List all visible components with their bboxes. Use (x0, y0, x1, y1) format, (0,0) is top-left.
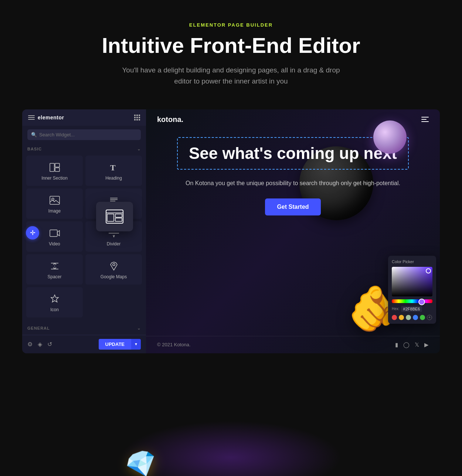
sidebar-search: 🔍 (22, 126, 146, 144)
widget-label-spacer: Spacer (47, 274, 61, 279)
history-icon[interactable]: ↺ (47, 341, 52, 348)
preview-cta-button[interactable]: Get Started (265, 198, 320, 215)
sidebar-topbar: elementor (22, 109, 146, 126)
preview-logo: kotona. (157, 115, 183, 124)
color-picker-hue[interactable] (392, 299, 432, 303)
widget-item-heading[interactable]: T Heading (85, 156, 142, 186)
swatch-bright-green[interactable] (420, 315, 425, 320)
color-picker-title: Color Picker (392, 259, 432, 264)
widget-label-video: Video (49, 241, 60, 246)
preview-menu-icon[interactable] (421, 117, 429, 122)
svg-point-15 (113, 264, 115, 266)
settings-icon[interactable]: ⚙ (27, 341, 33, 348)
layers-icon[interactable]: ◈ (38, 341, 42, 348)
widget-label-divider: Divider (107, 241, 120, 246)
youtube-icon[interactable]: ▶ (424, 341, 429, 348)
preview-sub-text: On Kotona you get the unique possibility… (168, 178, 418, 188)
swatch-red[interactable] (392, 315, 397, 320)
grid-icon[interactable] (134, 115, 140, 120)
header-section: ELEMENTOR PAGE BUILDER Intuitive Front-E… (0, 0, 462, 102)
preview-footer: © 2021 Kotona. ▮ ◯ 𝕏 ▶ (146, 336, 440, 353)
sidebar-topbar-left: elementor (28, 115, 64, 120)
image-icon (50, 195, 60, 205)
color-picker-panel: Color Picker Hex: #2F8BE6 + (388, 256, 436, 324)
gem-decoration: 💎 (122, 445, 162, 476)
toolbar-left: ⚙ ◈ ↺ (27, 341, 52, 348)
sidebar-toolbar: ⚙ ◈ ↺ UPDATE ▾ (22, 335, 146, 353)
widget-item-icon[interactable]: Icon (26, 287, 83, 317)
widget-label-image: Image (48, 208, 61, 214)
svg-text:T: T (110, 163, 116, 172)
svg-rect-25 (115, 214, 122, 217)
swatch-add-button[interactable]: + (427, 315, 432, 320)
widget-label-heading: Heading (105, 176, 122, 181)
widget-label-inner-section: Inner Section (41, 176, 68, 181)
color-picker-swatches: + (392, 315, 432, 320)
search-input[interactable] (39, 132, 137, 137)
maps-icon (109, 261, 119, 271)
section-general-collapse-icon[interactable]: ⌄ (137, 326, 141, 331)
section-collapse-icon[interactable]: ⌄ (137, 147, 141, 152)
widget-item-google-maps[interactable]: Google Maps (85, 254, 142, 285)
update-arrow-button[interactable]: ▾ (131, 339, 141, 350)
svg-rect-10 (50, 230, 57, 237)
main-heading: Intuitive Front-End Editor (7, 34, 455, 57)
widget-item-inner-section[interactable]: Inner Section (26, 156, 83, 186)
section-label-general: GENERAL ⌄ (22, 323, 146, 334)
widget-label-google-maps: Google Maps (101, 274, 127, 279)
preview-copyright: © 2021 Kotona. (157, 342, 191, 347)
hamburger-icon[interactable] (28, 115, 35, 120)
svg-rect-24 (107, 214, 114, 221)
hex-value: #2F8BE6 (401, 306, 422, 312)
update-btn-wrap: UPDATE ▾ (99, 339, 141, 350)
section-label-basic: BASIC ⌄ (22, 144, 146, 154)
twitter-icon[interactable]: 𝕏 (415, 341, 419, 348)
elementor-logo: elementor (38, 115, 64, 120)
widget-item-spacer[interactable]: Spacer (26, 254, 83, 285)
svg-rect-0 (50, 163, 54, 171)
color-picker-gradient[interactable] (392, 267, 432, 296)
svg-rect-1 (55, 163, 60, 167)
spacer-icon (50, 261, 60, 271)
video-icon (50, 228, 60, 238)
instagram-icon[interactable]: ◯ (403, 341, 410, 348)
preview-social-icons: ▮ ◯ 𝕏 ▶ (395, 341, 429, 348)
color-picker-hex-row: Hex: #2F8BE6 (392, 306, 432, 312)
elementor-sidebar: elementor 🔍 BASIC ⌄ (22, 109, 146, 353)
sub-heading: You'll have a delight building and desig… (120, 65, 342, 87)
facebook-icon[interactable]: ▮ (395, 341, 398, 348)
ui-container: elementor 🔍 BASIC ⌄ (22, 109, 440, 353)
search-input-wrap: 🔍 (27, 129, 141, 140)
swatch-blue[interactable] (413, 315, 418, 320)
hex-label: Hex: (392, 307, 400, 311)
widget-label-icon: Icon (50, 307, 59, 312)
swatch-yellow[interactable] (399, 315, 404, 320)
preview-panel: kotona. See what's coming up next On Kot… (146, 109, 440, 353)
svg-rect-4 (50, 196, 60, 204)
widget-item-image[interactable]: Image (26, 188, 83, 219)
update-button[interactable]: UPDATE (99, 339, 131, 350)
inner-section-icon (50, 162, 60, 173)
svg-rect-2 (55, 168, 60, 171)
widget-popup (96, 202, 133, 231)
ball-decoration (373, 120, 407, 154)
widget-grid-basic: Inner Section T Heading (22, 154, 146, 319)
heading-icon: T (109, 162, 119, 173)
star-icon (50, 294, 60, 304)
svg-rect-26 (115, 218, 122, 221)
swatch-green[interactable] (406, 315, 411, 320)
search-icon: 🔍 (31, 132, 37, 137)
eyebrow-label: ELEMENTOR PAGE BUILDER (7, 22, 455, 28)
